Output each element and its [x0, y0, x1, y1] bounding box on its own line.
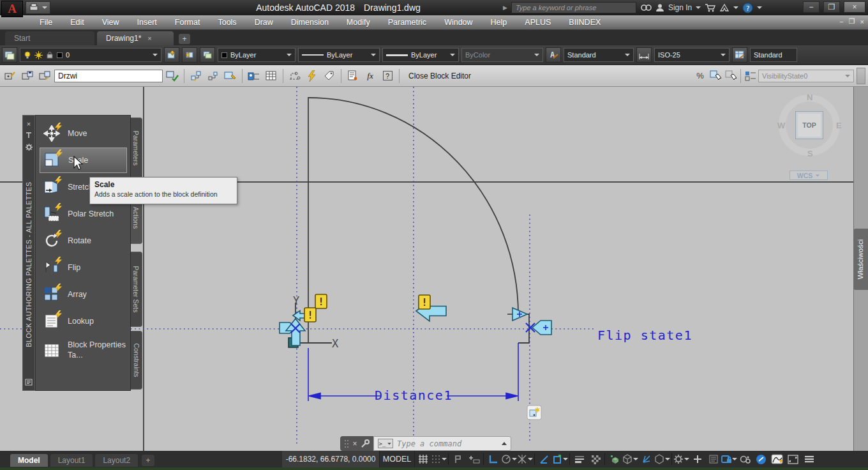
tab-constraints[interactable]: Constraints: [131, 331, 142, 390]
isometric-drafting-icon[interactable]: [517, 451, 533, 467]
menu-modify[interactable]: Modify: [338, 15, 379, 30]
isolate-objects-icon[interactable]: [737, 451, 753, 467]
tab-start[interactable]: Start: [5, 31, 94, 45]
clean-screen-icon[interactable]: [785, 451, 801, 467]
linetype-combo[interactable]: ByLayer: [298, 48, 380, 62]
grip-dots-icon[interactable]: [344, 439, 349, 448]
minimize-button[interactable]: −: [803, 1, 819, 13]
dim-style-icon[interactable]: [636, 47, 652, 63]
layer-freeze-icon[interactable]: [34, 51, 43, 59]
command-line[interactable]: × >_: [340, 436, 511, 451]
model-tab[interactable]: Model: [10, 454, 48, 467]
restore-button[interactable]: ❐: [823, 1, 840, 13]
annotation-visibility-icon[interactable]: [705, 451, 721, 467]
table-style-combo[interactable]: Standard: [750, 48, 797, 62]
gear-dropdown-icon[interactable]: [684, 458, 689, 460]
make-layer-current-button[interactable]: [164, 47, 179, 63]
attribute-manager-icon[interactable]: [345, 68, 361, 84]
plot-icon[interactable]: [29, 3, 39, 12]
test-block-icon[interactable]: [165, 68, 180, 84]
osnap-dropdown-icon[interactable]: [563, 458, 568, 460]
polar-dropdown-icon[interactable]: [512, 458, 517, 460]
close-block-editor-button[interactable]: Close Block Editor: [403, 68, 476, 84]
filter-dropdown-icon[interactable]: [665, 458, 670, 460]
viewcube[interactable]: N W E S TOP: [779, 95, 840, 156]
signin-dropdown-icon[interactable]: [696, 6, 701, 9]
menu-aplus[interactable]: APLUS: [516, 15, 560, 30]
toolbar-overflow-handle[interactable]: [857, 68, 865, 84]
selection-cycling-icon[interactable]: [606, 451, 622, 467]
dynamic-input-icon[interactable]: [466, 451, 482, 467]
iso-dropdown-icon[interactable]: [528, 458, 533, 460]
snap-mode-icon[interactable]: [431, 451, 447, 467]
drawing-area[interactable]: Y X Distance1 Flip state1: [0, 87, 868, 451]
model-space-button[interactable]: MODEL: [379, 451, 415, 467]
graphics-performance-icon[interactable]: [753, 451, 769, 467]
doc-close-button[interactable]: ×: [860, 18, 864, 26]
tab-parameter-sets[interactable]: Parameter Sets: [131, 252, 142, 327]
annotation-scale-plus-icon[interactable]: [689, 451, 705, 467]
wrench-icon[interactable]: [361, 439, 370, 448]
palette-autohide-icon[interactable]: [23, 130, 34, 141]
polar-tracking-icon[interactable]: [501, 451, 517, 467]
layer-previous-button[interactable]: [182, 47, 197, 63]
palette-item-move[interactable]: Move: [40, 121, 127, 146]
text-style-combo[interactable]: Standard: [564, 48, 634, 62]
palette-close-icon[interactable]: ×: [23, 118, 34, 130]
quick-access-toolbar[interactable]: [26, 1, 50, 14]
command-line-grip[interactable]: ×: [340, 436, 373, 451]
object-snap-icon[interactable]: [552, 451, 568, 467]
menu-window[interactable]: Window: [435, 15, 481, 30]
lock-ui-icon[interactable]: [721, 451, 737, 467]
tab-drawing1[interactable]: Drawing1* ×: [97, 31, 174, 45]
door-block-geometry[interactable]: [296, 97, 529, 343]
fx-icon[interactable]: fx: [363, 68, 378, 84]
search-icon[interactable]: [640, 3, 652, 12]
viewcube-south[interactable]: S: [807, 149, 813, 158]
doc-minimize-button[interactable]: −: [839, 18, 843, 26]
lineweight-combo[interactable]: ByLayer: [382, 48, 459, 62]
text-style-icon[interactable]: A: [546, 47, 561, 63]
menu-help[interactable]: Help: [482, 15, 516, 30]
autodesk-account-icon[interactable]: [719, 3, 730, 12]
attribute-visibility-icon[interactable]: %: [692, 68, 708, 84]
table-style-icon[interactable]: [732, 47, 747, 63]
palette-item-polar-stretch[interactable]: Polar Stretch: [40, 201, 127, 227]
layer-properties-button[interactable]: [2, 47, 17, 63]
command-input-field[interactable]: >_: [373, 436, 511, 451]
qat-dropdown-icon[interactable]: [42, 6, 47, 9]
menu-tools[interactable]: Tools: [209, 15, 245, 30]
tab-parameters[interactable]: Parameters: [131, 118, 142, 179]
cart-icon[interactable]: [705, 3, 715, 12]
save-block-icon[interactable]: [20, 68, 35, 84]
save-block-as-icon[interactable]: [37, 68, 52, 84]
menu-dimension[interactable]: Dimension: [282, 15, 338, 30]
menu-format[interactable]: Format: [166, 15, 209, 30]
object-snap-tracking-icon[interactable]: [536, 451, 552, 467]
viewcube-west[interactable]: W: [777, 121, 785, 130]
ortho-mode-icon[interactable]: [485, 451, 501, 467]
close-button[interactable]: ×: [844, 1, 865, 13]
action-icon[interactable]: [206, 68, 221, 84]
gizmo-gear-icon[interactable]: [673, 451, 689, 467]
viewcube-north[interactable]: N: [807, 93, 812, 102]
define-attribute-icon[interactable]: [223, 68, 238, 84]
autocad-logo[interactable]: A: [1, 1, 23, 17]
palette-bottom-properties-icon[interactable]: [23, 376, 34, 388]
command-close-icon[interactable]: ×: [352, 439, 357, 448]
snap-dropdown-icon[interactable]: [442, 458, 447, 460]
command-input[interactable]: [397, 439, 498, 448]
customization-icon[interactable]: [801, 451, 817, 467]
menu-view[interactable]: View: [93, 15, 128, 30]
flip-state-label[interactable]: Flip state1: [597, 328, 692, 343]
distance-parameter-label[interactable]: Distance1: [375, 388, 453, 403]
make-invisible-icon[interactable]: [723, 68, 738, 84]
layout2-tab[interactable]: Layout2: [95, 454, 138, 467]
annotation-mini-icon[interactable]: [527, 406, 541, 420]
command-history-icon[interactable]: [502, 442, 507, 445]
palette-item-rotate[interactable]: Rotate: [40, 228, 127, 254]
account-dropdown-icon[interactable]: [733, 6, 738, 9]
transparency-icon[interactable]: [587, 451, 603, 467]
grid-display-icon[interactable]: [415, 451, 431, 467]
layer-states-button[interactable]: [200, 47, 215, 63]
